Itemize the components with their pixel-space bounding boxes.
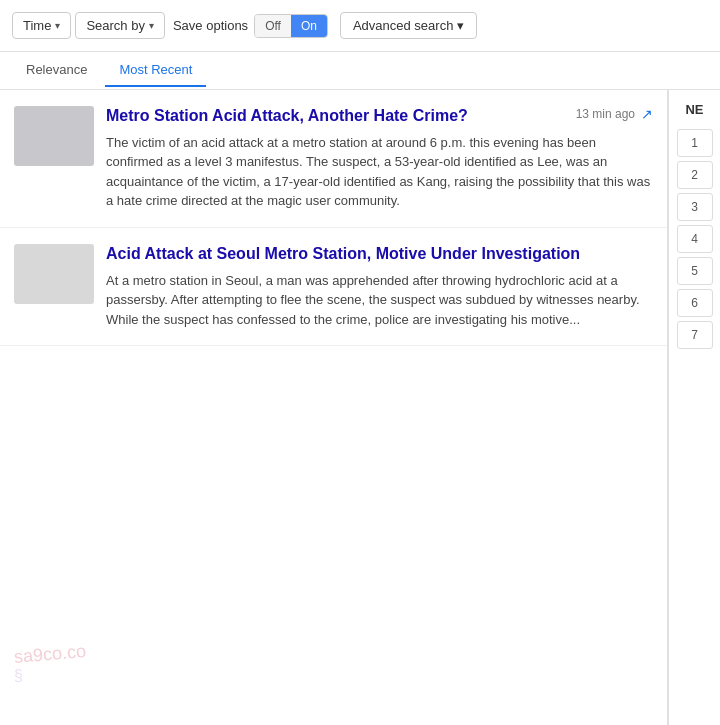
- news-snippet: At a metro station in Seoul, a man was a…: [106, 271, 653, 330]
- main-content: Metro Station Acid Attack, Another Hate …: [0, 90, 720, 725]
- sidebar-header: NE: [669, 98, 720, 121]
- sidebar-item-2[interactable]: 2: [677, 161, 713, 189]
- advanced-search-button[interactable]: Advanced search ▾: [340, 12, 477, 39]
- tab-relevance[interactable]: Relevance: [12, 54, 101, 87]
- news-title: Metro Station Acid Attack, Another Hate …: [106, 106, 568, 127]
- search-by-button[interactable]: Search by ▾: [75, 12, 165, 39]
- sidebar-item-4[interactable]: 4: [677, 225, 713, 253]
- tab-most-recent[interactable]: Most Recent: [105, 54, 206, 87]
- news-thumbnail: [14, 106, 94, 166]
- save-options-group: Save options Off On: [173, 14, 328, 38]
- news-item[interactable]: Acid Attack at Seoul Metro Station, Moti…: [0, 228, 667, 346]
- news-meta: 13 min ago ↗︎: [576, 106, 653, 122]
- news-title-row: Acid Attack at Seoul Metro Station, Moti…: [106, 244, 653, 265]
- search-by-label: Search by: [86, 18, 145, 33]
- news-title: Acid Attack at Seoul Metro Station, Moti…: [106, 244, 653, 265]
- news-list: Metro Station Acid Attack, Another Hate …: [0, 90, 668, 725]
- news-thumbnail: [14, 244, 94, 304]
- toggle-off-button[interactable]: Off: [255, 15, 291, 37]
- time-chevron-icon: ▾: [55, 20, 60, 31]
- external-link-icon[interactable]: ↗︎: [641, 106, 653, 122]
- sidebar-item-7[interactable]: 7: [677, 321, 713, 349]
- news-time: 13 min ago: [576, 107, 635, 121]
- save-options-label: Save options: [173, 18, 248, 33]
- sidebar-item-6[interactable]: 6: [677, 289, 713, 317]
- advanced-search-chevron-icon: ▾: [457, 18, 464, 33]
- news-body: Metro Station Acid Attack, Another Hate …: [106, 106, 653, 211]
- news-title-row: Metro Station Acid Attack, Another Hate …: [106, 106, 653, 127]
- time-label: Time: [23, 18, 51, 33]
- toggle-on-button[interactable]: On: [291, 15, 327, 37]
- news-snippet: The victim of an acid attack at a metro …: [106, 133, 653, 211]
- search-by-chevron-icon: ▾: [149, 20, 154, 31]
- news-body: Acid Attack at Seoul Metro Station, Moti…: [106, 244, 653, 329]
- save-options-toggle: Off On: [254, 14, 328, 38]
- tab-bar: Relevance Most Recent: [0, 52, 720, 90]
- time-filter-button[interactable]: Time ▾: [12, 12, 71, 39]
- sidebar-item-5[interactable]: 5: [677, 257, 713, 285]
- advanced-search-label: Advanced search: [353, 18, 453, 33]
- right-sidebar: NE 1 2 3 4 5 6 7: [668, 90, 720, 725]
- toolbar: Time ▾ Search by ▾ Save options Off On A…: [0, 0, 720, 52]
- sidebar-item-3[interactable]: 3: [677, 193, 713, 221]
- sidebar-item-1[interactable]: 1: [677, 129, 713, 157]
- news-item[interactable]: Metro Station Acid Attack, Another Hate …: [0, 90, 667, 228]
